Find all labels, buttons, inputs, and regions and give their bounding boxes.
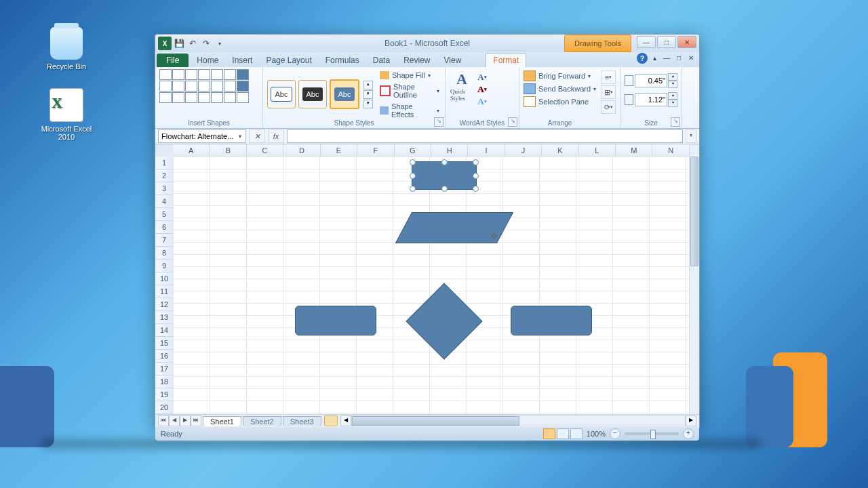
name-box[interactable]: Flowchart: Alternate...▼ bbox=[158, 129, 246, 143]
shape-fill-button[interactable]: Shape Fill ▾ bbox=[378, 70, 441, 80]
doc-restore-button[interactable]: □ bbox=[673, 53, 684, 62]
rotate-button[interactable]: ⟳▾ bbox=[601, 100, 616, 114]
zoom-in-button[interactable]: + bbox=[683, 428, 694, 439]
row-header[interactable]: 10 bbox=[155, 272, 173, 285]
row-header[interactable]: 2 bbox=[155, 169, 173, 182]
width-up-icon[interactable]: ▴ bbox=[668, 92, 677, 100]
row-header[interactable]: 9 bbox=[155, 260, 173, 272]
save-icon[interactable]: 💾 bbox=[173, 37, 185, 49]
excel-shortcut[interactable]: Microsoft Excel 2010 bbox=[39, 88, 94, 141]
row-header[interactable]: 3 bbox=[155, 182, 173, 195]
sheet-tab-2[interactable]: Sheet2 bbox=[243, 416, 281, 426]
maximize-button[interactable]: □ bbox=[657, 36, 676, 48]
gallery-up-icon[interactable]: ▴ bbox=[363, 81, 373, 89]
hscroll-thumb[interactable] bbox=[352, 416, 520, 426]
row-header[interactable]: 12 bbox=[155, 298, 173, 311]
hscroll-left-icon[interactable]: ◀ bbox=[340, 415, 351, 426]
shape-effects-button[interactable]: Shape Effects ▾ bbox=[378, 102, 441, 119]
col-header[interactable]: L bbox=[579, 144, 616, 157]
selection-pane-button[interactable]: Selection Pane bbox=[524, 96, 596, 107]
row-header[interactable]: 20 bbox=[155, 401, 173, 414]
insert-shapes-gallery[interactable] bbox=[159, 69, 258, 102]
expand-formula-bar-icon[interactable]: ▾ bbox=[686, 129, 696, 143]
tab-data[interactable]: Data bbox=[366, 54, 397, 67]
group-button[interactable]: ⊞▾ bbox=[601, 85, 616, 99]
sheet-nav-first-icon[interactable]: ⏮ bbox=[158, 415, 169, 426]
col-header[interactable]: F bbox=[357, 144, 394, 157]
tab-insert[interactable]: Insert bbox=[225, 54, 259, 67]
row-header[interactable]: 19 bbox=[155, 388, 173, 401]
horizontal-scrollbar[interactable] bbox=[351, 415, 686, 426]
cancel-formula-icon[interactable]: ✕ bbox=[249, 129, 265, 143]
tab-page-layout[interactable]: Page Layout bbox=[259, 54, 318, 67]
normal-view-button[interactable] bbox=[543, 428, 555, 439]
row-header[interactable]: 15 bbox=[155, 337, 173, 350]
gallery-more-icon[interactable]: ▾ bbox=[363, 100, 373, 108]
sheet-nav-prev-icon[interactable]: ◀ bbox=[169, 415, 180, 426]
col-header[interactable]: E bbox=[321, 144, 357, 157]
wordart-launcher-icon[interactable]: ↘ bbox=[508, 117, 517, 127]
name-box-dropdown-icon[interactable]: ▼ bbox=[237, 134, 243, 140]
col-header[interactable]: K bbox=[542, 144, 578, 157]
vscroll-thumb[interactable] bbox=[690, 157, 698, 266]
row-header[interactable]: 18 bbox=[155, 375, 173, 388]
col-header[interactable]: M bbox=[616, 144, 652, 157]
height-up-icon[interactable]: ▴ bbox=[668, 73, 677, 81]
recycle-bin[interactable]: Recycle Bin bbox=[39, 27, 94, 70]
select-all-corner[interactable] bbox=[155, 144, 174, 157]
shape-styles-gallery[interactable]: Abc Abc Abc ▴ ▾ ▾ bbox=[267, 69, 373, 119]
sheet-tab-3[interactable]: Sheet3 bbox=[283, 416, 321, 426]
zoom-level[interactable]: 100% bbox=[587, 430, 606, 438]
insert-function-icon[interactable]: fx bbox=[268, 129, 284, 143]
align-button[interactable]: ≡▾ bbox=[601, 70, 616, 84]
row-header[interactable]: 6 bbox=[155, 221, 173, 234]
new-sheet-button[interactable] bbox=[324, 415, 338, 426]
vertical-scrollbar[interactable] bbox=[689, 144, 699, 414]
doc-minimize-button[interactable]: — bbox=[661, 53, 672, 62]
worksheet[interactable]: ABCDEFGHIJKLMN 1234567891011121314151617… bbox=[155, 144, 699, 414]
column-headers[interactable]: ABCDEFGHIJKLMN bbox=[173, 144, 690, 157]
shape-terminator-selected[interactable] bbox=[412, 161, 477, 190]
row-header[interactable]: 14 bbox=[155, 324, 173, 337]
redo-icon[interactable]: ↷ bbox=[200, 37, 212, 49]
tab-view[interactable]: View bbox=[437, 54, 469, 67]
tab-file[interactable]: File bbox=[157, 54, 189, 67]
row-header[interactable]: 16 bbox=[155, 350, 173, 363]
shape-outline-button[interactable]: Shape Outline ▾ bbox=[378, 82, 441, 100]
formula-bar[interactable] bbox=[287, 129, 683, 143]
tab-format[interactable]: Format bbox=[486, 53, 526, 67]
row-header[interactable]: 17 bbox=[155, 363, 173, 375]
col-header[interactable]: J bbox=[505, 144, 542, 157]
tab-home[interactable]: Home bbox=[190, 54, 225, 67]
shape-process-left[interactable] bbox=[295, 306, 376, 336]
shape-decision[interactable] bbox=[417, 294, 471, 348]
zoom-out-button[interactable]: − bbox=[610, 428, 620, 439]
ribbon-minimize-icon[interactable]: ▴ bbox=[649, 53, 660, 62]
col-header[interactable]: G bbox=[395, 144, 431, 157]
cell-grid[interactable]: ✜ bbox=[173, 157, 690, 414]
zoom-slider[interactable] bbox=[625, 432, 679, 435]
col-header[interactable]: N bbox=[652, 144, 689, 157]
page-layout-view-button[interactable] bbox=[557, 428, 569, 439]
col-header[interactable]: D bbox=[283, 144, 320, 157]
hscroll-right-icon[interactable]: ▶ bbox=[686, 415, 696, 426]
text-fill-icon[interactable]: A▾ bbox=[475, 72, 489, 82]
shape-width-input[interactable]: ▴▾ bbox=[625, 92, 677, 107]
quick-styles-button[interactable]: AQuick Styles bbox=[450, 72, 474, 100]
size-launcher-icon[interactable]: ↘ bbox=[671, 117, 680, 127]
sheet-nav-last-icon[interactable]: ⏭ bbox=[191, 415, 201, 426]
shape-styles-launcher-icon[interactable]: ↘ bbox=[434, 117, 443, 127]
height-down-icon[interactable]: ▾ bbox=[668, 81, 677, 88]
col-header[interactable]: A bbox=[173, 144, 210, 157]
col-header[interactable]: C bbox=[247, 144, 283, 157]
shape-process-right[interactable] bbox=[511, 306, 592, 336]
row-headers[interactable]: 123456789101112131415161718192021 bbox=[155, 157, 174, 414]
close-button[interactable]: ✕ bbox=[677, 36, 696, 48]
text-outline-icon[interactable]: A▾ bbox=[475, 84, 489, 94]
sheet-nav-next-icon[interactable]: ▶ bbox=[180, 415, 191, 426]
minimize-button[interactable]: — bbox=[637, 36, 656, 48]
col-header[interactable]: H bbox=[431, 144, 468, 157]
tab-review[interactable]: Review bbox=[397, 54, 437, 67]
tab-formulas[interactable]: Formulas bbox=[319, 54, 366, 67]
row-header[interactable]: 1 bbox=[155, 157, 173, 169]
